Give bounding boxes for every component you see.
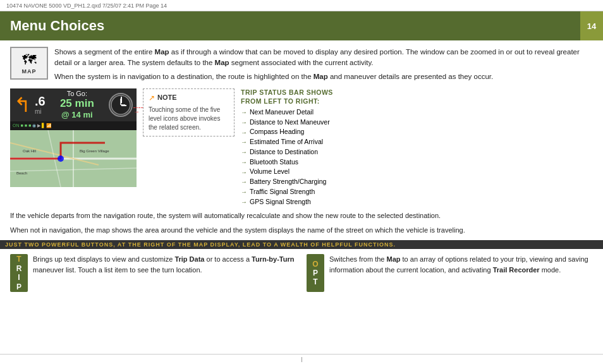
nav-eta-label: To Go: [49, 90, 105, 97]
trip-item-4: →Estimated Time of Arrival [241, 137, 593, 147]
main-content: 🗺 MAP Shows a segment of the entire Map … [0, 40, 603, 240]
map-desc-line1: Shows a segment of the entire Map as if … [54, 47, 593, 69]
trip-arrow-icon: → [241, 128, 247, 137]
nav-display-row: ↰ .6 mi To Go: 25 min @ 14 mi [10, 88, 593, 207]
trip-status-subtitle: FROM LEFT TO RIGHT: [241, 97, 593, 105]
svg-text:Big Green Village: Big Green Village [80, 149, 109, 153]
trip-item-3: →Compass Heading [241, 127, 593, 137]
nav-dist-value: .6 [35, 94, 46, 108]
connector-line: → [133, 107, 143, 115]
trip-letter-t: T [16, 255, 21, 264]
svg-point-9 [58, 155, 64, 162]
trip-letter-p: P [16, 282, 21, 291]
nav-eta-block: To Go: 25 min @ 14 mi [49, 90, 105, 119]
trip-arrow-icon: → [241, 107, 247, 117]
trip-item-5: →Distance to Destination [241, 147, 593, 157]
map-desc-line2: When the system is in navigation to a de… [54, 71, 593, 82]
trip-arrow-icon: → [241, 177, 247, 186]
note-header: ↗ NOTE [149, 93, 229, 104]
map-section: 🗺 MAP Shows a segment of the entire Map … [10, 47, 593, 82]
opt-letter-t: T [313, 277, 317, 286]
map-description: Shows a segment of the entire Map as if … [54, 47, 593, 82]
nav-eta-time: 25 min [49, 97, 105, 110]
trip-letter-r: R [16, 264, 22, 273]
just-two-bar: JUST TWO POWERFUL BUTTONS, AT THE RIGHT … [0, 240, 603, 249]
nav-top-bar: ↰ .6 mi To Go: 25 min @ 14 mi [10, 88, 137, 121]
trip-item-6: →Bluetooth Status [241, 157, 593, 167]
top-ruler: 10474 NAVONE 5000 VD_PH1.2.qxd 7/25/07 2… [0, 0, 603, 11]
opt-button-item: O P T Switches from the Map to an array … [307, 254, 593, 292]
nav-map-area: Oak Hill Big Green Village Beach [10, 130, 137, 187]
opt-letter-p: P [313, 269, 318, 277]
nav-icons-bar: ON ■■■ ◉ ▶ ▋ 📶 [10, 121, 137, 130]
trip-item-9: →Traffic Signal Strength [241, 187, 593, 197]
trip-item-7: →Volume Level [241, 167, 593, 177]
trip-status-title: TRIP STATUS BAR SHOWS [241, 88, 593, 96]
trip-description: Brings up text displays to view and cust… [33, 254, 296, 275]
nav-screen: ↰ .6 mi To Go: 25 min @ 14 mi [10, 88, 137, 187]
nav-dist-unit: mi [35, 108, 46, 115]
trip-arrow-icon: → [241, 167, 247, 177]
svg-text:Beach: Beach [16, 171, 27, 175]
trip-item-10: →GPS Signal Strength [241, 197, 593, 207]
trip-item-1: →Next Maneuver Detail [241, 107, 593, 118]
note-box: ↗ NOTE Touching some of the five level i… [143, 88, 234, 136]
nav-distance: .6 mi [35, 94, 46, 115]
page-number-badge: 14 [580, 11, 603, 40]
trip-arrow-icon: → [241, 157, 247, 167]
trip-arrow-icon: → [241, 137, 247, 147]
opt-letter-o: O [312, 260, 318, 269]
ruler-text: 10474 NAVONE 5000 VD_PH1.2.qxd 7/25/07 2… [6, 3, 167, 9]
trip-status-items: →Next Maneuver Detail →Distance to Next … [241, 107, 593, 207]
trip-status-col: TRIP STATUS BAR SHOWS FROM LEFT TO RIGHT… [241, 88, 593, 207]
trip-arrow-icon: → [241, 197, 247, 207]
map-icon: 🗺 [22, 52, 36, 68]
nav-eta-sub: @ 14 mi [49, 110, 105, 119]
trip-arrow-icon: → [241, 187, 247, 197]
trip-arrow-icon: → [241, 147, 247, 157]
map-icon-label: MAP [22, 68, 37, 75]
trip-item-8: →Battery Strength/Charging [241, 177, 593, 187]
trip-arrow-icon: → [241, 118, 247, 127]
page-number: 14 [587, 21, 596, 31]
opt-label-box[interactable]: O P T [307, 254, 324, 292]
note-icon: ↗ [149, 93, 155, 104]
trip-label-box[interactable]: T R I P [10, 254, 28, 292]
nav-arrow-icon: ↰ [14, 95, 31, 115]
map-icon-box: 🗺 MAP [10, 47, 48, 80]
bottom-mark [302, 357, 302, 362]
header-bar: Menu Choices 14 [0, 11, 603, 40]
note-title: NOTE [157, 93, 177, 102]
svg-text:Oak Hill: Oak Hill [23, 149, 36, 153]
note-container: → ↗ NOTE Touching some of the five level… [143, 88, 234, 136]
page-title: Menu Choices [10, 18, 104, 34]
trip-letter-i: I [18, 273, 20, 282]
note-text: Touching some of the five level icons ab… [149, 106, 229, 132]
trip-button-item: T R I P Brings up text displays to view … [10, 254, 296, 292]
nav-clock-icon [109, 93, 133, 117]
just-two-bar-text: JUST TWO POWERFUL BUTTONS, AT THE RIGHT … [5, 241, 396, 248]
opt-description: Switches from the Map to an array of opt… [329, 254, 593, 275]
buttons-section: T R I P Brings up text displays to view … [0, 249, 603, 297]
bottom-ruler [0, 354, 603, 364]
trip-item-2: →Distance to Next Maneuver [241, 118, 593, 128]
desc-line2: When not in navigation, the map shows th… [10, 225, 593, 236]
desc-line1: If the vehicle departs from the navigati… [10, 210, 593, 221]
